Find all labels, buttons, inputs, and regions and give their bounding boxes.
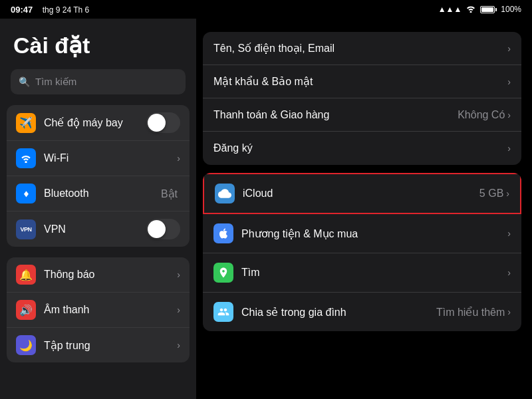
find-label: Tìm — [241, 267, 507, 279]
media-label: Phương tiện & Mục mua — [241, 227, 507, 240]
right-item-find[interactable]: Tìm › — [203, 253, 521, 293]
vpn-icon: VPN — [16, 219, 36, 239]
family-chevron: › — [507, 307, 511, 317]
bluetooth-icon: ⬧ — [16, 184, 36, 203]
notifications-icon: 🔔 — [16, 265, 36, 285]
subscription-label: Đăng ký — [213, 142, 507, 154]
sidebar-item-airplane[interactable]: ✈️ Chế độ máy bay — [7, 105, 190, 141]
notifications-label: Thông báo — [44, 269, 177, 281]
password-label: Mật khẩu & Bảo mật — [213, 75, 507, 88]
wifi-icon — [466, 5, 476, 15]
family-label: Chia sẻ trong gia đình — [241, 306, 436, 319]
sidebar: Cài đặt 🔍 Tìm kiếm ✈️ Chế độ máy bay Wi-… — [0, 19, 196, 399]
right-item-name[interactable]: Tên, Số điện thoại, Email › — [203, 32, 521, 65]
sounds-icon: 🔊 — [16, 300, 36, 320]
status-bar: 09:47 thg 9 24 Th 6 ▲▲▲ 100% — [0, 0, 532, 19]
sidebar-item-notifications[interactable]: 🔔 Thông báo › — [7, 257, 190, 293]
bluetooth-label: Bluetooth — [44, 188, 161, 200]
sounds-label: Âm thanh — [44, 304, 177, 316]
signal-icon: ▲▲▲ — [438, 5, 462, 14]
sidebar-item-focus[interactable]: 🌙 Tập trung › — [7, 328, 190, 362]
media-icon — [213, 223, 233, 243]
subscription-chevron: › — [507, 143, 511, 154]
name-label: Tên, Số điện thoại, Email — [213, 42, 507, 55]
status-indicators: ▲▲▲ 100% — [438, 5, 521, 15]
sidebar-group-2: 🔔 Thông báo › 🔊 Âm thanh › 🌙 Tập trung › — [7, 257, 190, 362]
sidebar-item-wifi[interactable]: Wi-Fi › — [7, 141, 190, 176]
bluetooth-value: Bật — [161, 188, 178, 200]
focus-chevron: › — [177, 340, 180, 350]
password-chevron: › — [507, 76, 511, 87]
right-item-icloud[interactable]: iCloud 5 GB › — [203, 173, 521, 214]
airplane-toggle[interactable] — [146, 112, 180, 133]
icloud-icon — [215, 184, 235, 203]
wifi-chevron: › — [177, 153, 180, 164]
sidebar-title: Cài đặt — [0, 25, 196, 69]
airplane-icon: ✈️ — [16, 113, 36, 133]
right-panel: Tên, Số điện thoại, Email › Mật khẩu & B… — [196, 19, 532, 399]
right-item-password[interactable]: Mật khẩu & Bảo mật › — [203, 65, 521, 98]
right-item-media[interactable]: Phương tiện & Mục mua › — [203, 214, 521, 253]
right-group-1: Tên, Số điện thoại, Email › Mật khẩu & B… — [203, 32, 521, 165]
family-icon — [213, 302, 233, 322]
sidebar-item-sounds[interactable]: 🔊 Âm thanh › — [7, 293, 190, 328]
battery-icon — [480, 6, 497, 13]
name-chevron: › — [507, 43, 511, 54]
find-icon — [213, 263, 233, 283]
focus-label: Tập trung — [44, 339, 177, 352]
notifications-chevron: › — [177, 269, 180, 280]
icloud-label: iCloud — [243, 188, 479, 200]
vpn-toggle[interactable] — [146, 219, 180, 239]
payment-value: Không Có — [458, 109, 505, 121]
status-time-date: 09:47 thg 9 24 Th 6 — [11, 5, 89, 15]
sounds-chevron: › — [177, 305, 180, 315]
right-group-2: iCloud 5 GB › Phương tiện & Mục mua › — [203, 173, 521, 331]
search-icon: 🔍 — [19, 76, 30, 87]
right-item-subscription[interactable]: Đăng ký › — [203, 132, 521, 165]
battery-percent: 100% — [501, 5, 521, 14]
focus-icon: 🌙 — [16, 335, 36, 355]
right-item-payment[interactable]: Thanh toán & Giao hàng Không Có › — [203, 98, 521, 132]
wifi-row-icon — [16, 148, 36, 168]
icloud-chevron: › — [506, 188, 509, 199]
family-value: Tìm hiểu thêm — [436, 306, 505, 319]
sidebar-group-1: ✈️ Chế độ máy bay Wi-Fi › ⬧ Bluetooth Bậ… — [7, 105, 190, 247]
wifi-label: Wi-Fi — [44, 152, 177, 164]
payment-label: Thanh toán & Giao hàng — [213, 109, 458, 121]
icloud-value: 5 GB — [479, 188, 503, 200]
media-chevron: › — [507, 228, 511, 239]
search-box[interactable]: 🔍 Tìm kiếm — [11, 69, 186, 94]
right-item-family[interactable]: Chia sẻ trong gia đình Tìm hiểu thêm › — [203, 293, 521, 331]
main-layout: Cài đặt 🔍 Tìm kiếm ✈️ Chế độ máy bay Wi-… — [0, 19, 532, 399]
sidebar-item-vpn[interactable]: VPN VPN — [7, 211, 190, 247]
airplane-label: Chế độ máy bay — [44, 116, 146, 129]
find-chevron: › — [507, 267, 511, 278]
search-placeholder: Tìm kiếm — [35, 76, 76, 88]
vpn-label: VPN — [44, 223, 146, 235]
sidebar-item-bluetooth[interactable]: ⬧ Bluetooth Bật — [7, 176, 190, 211]
payment-chevron: › — [507, 110, 511, 120]
